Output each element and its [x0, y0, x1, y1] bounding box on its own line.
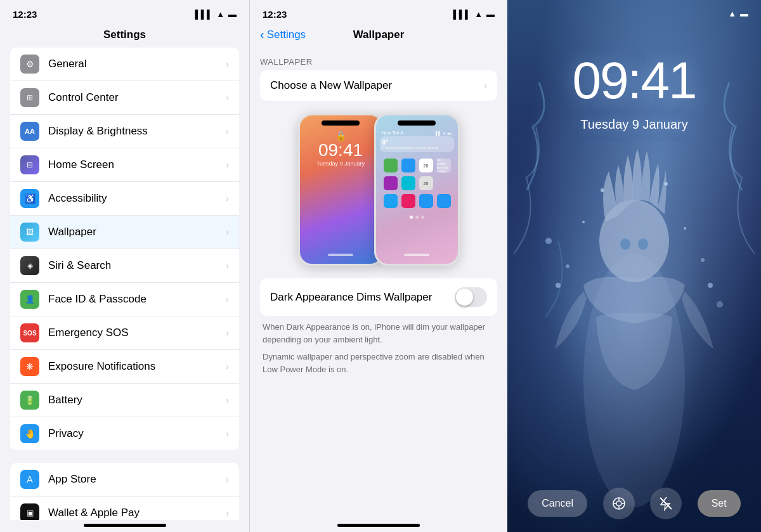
- sidebar-item-faceid[interactable]: 👤 Face ID & Passcode ›: [10, 283, 239, 316]
- phone-lock-time: 09:41: [300, 141, 382, 160]
- signal-icon: ▌▌▌: [195, 10, 212, 19]
- sidebar-item-appstore[interactable]: A App Store ›: [10, 463, 239, 496]
- sidebar-item-homescreen[interactable]: ⊟ Home Screen ›: [10, 148, 239, 182]
- chevron-icon: ›: [226, 361, 229, 372]
- sidebar-item-display[interactable]: AA Display & Brightness ›: [10, 115, 239, 148]
- svg-point-9: [701, 258, 705, 262]
- svg-point-12: [664, 182, 668, 186]
- wallpaper-panel: 12:23 ▌▌▌ ▲ ▬ ‹ Settings Wallpaper WALLP…: [249, 0, 507, 532]
- back-button[interactable]: ‹ Settings: [260, 27, 306, 42]
- wallpaper-icon: 🖼: [20, 223, 39, 242]
- page-dots: [376, 216, 458, 219]
- battery-icon-2: ▬: [486, 10, 495, 19]
- sidebar-item-accessibility[interactable]: ♿ Accessibility ›: [10, 182, 239, 216]
- chevron-icon: ›: [226, 294, 229, 304]
- flash-slash-icon-button[interactable]: [650, 488, 682, 519]
- phone-app-grid: 20 No more events today 20: [380, 155, 454, 212]
- wallpaper-content[interactable]: WALLPAPER Choose a New Wallpaper › 🔒 09:…: [250, 48, 507, 520]
- status-time-2: 12:23: [263, 9, 287, 20]
- app-icon-calendar: 20: [419, 159, 433, 172]
- desc-text-1: When Dark Appearance is on, iPhone will …: [263, 321, 495, 346]
- ls-wifi-icon: ▲: [728, 9, 736, 18]
- lock-icon: 🔒: [300, 131, 382, 141]
- sidebar-item-privacy[interactable]: 🤚 Privacy ›: [10, 417, 239, 450]
- choose-wallpaper-row[interactable]: Choose a New Wallpaper ›: [260, 70, 497, 101]
- app-icon-mail: [437, 194, 451, 208]
- back-label: Settings: [267, 29, 306, 41]
- app-icon-cal2: 20: [419, 176, 433, 190]
- sidebar-item-general[interactable]: ⚙ General ›: [10, 48, 239, 81]
- set-button[interactable]: Set: [698, 490, 741, 517]
- sidebar-item-battery[interactable]: 🔋 Battery ›: [10, 384, 239, 417]
- app-icon-viber: [384, 176, 398, 190]
- accessibility-icon: ♿: [20, 189, 39, 208]
- control-center-icon: ⊞: [20, 88, 39, 107]
- dark-appearance-row: Dark Appearance Dims Wallpaper: [260, 278, 497, 316]
- wallpaper-label: Wallpaper: [48, 226, 226, 238]
- battery-label: Battery: [48, 394, 226, 406]
- phone-notch-right: [398, 120, 436, 126]
- sos-label: Emergency SOS: [48, 327, 226, 339]
- settings-group-2: A App Store › ▣ Wallet & Apple Pay ›: [10, 463, 239, 520]
- chevron-icon: ›: [226, 429, 229, 439]
- app-icon-fb: [419, 194, 433, 208]
- dark-appearance-toggle[interactable]: [455, 287, 487, 307]
- home-screen-preview: Now Tab 4 ▌▌ ▲ ▬ 8° Potential disruption…: [374, 114, 460, 266]
- dark-appearance-group: Dark Appearance Dims Wallpaper: [260, 278, 497, 316]
- exposure-label: Exposure Notifications: [48, 360, 226, 373]
- app-icon-empty: [437, 176, 451, 190]
- chevron-icon: ›: [226, 160, 229, 170]
- sidebar-item-wallpaper[interactable]: 🖼 Wallpaper ›: [10, 216, 239, 249]
- app-icon-facetime: [401, 176, 415, 190]
- appstore-label: App Store: [48, 473, 226, 486]
- siri-icon: ◈: [20, 256, 39, 275]
- back-chevron-icon: ‹: [260, 27, 264, 42]
- cancel-button[interactable]: Cancel: [528, 490, 587, 517]
- ls-battery-icon: ▬: [740, 9, 748, 18]
- phone-lock-content: 🔒 09:41 Tuesday 9 January: [300, 128, 382, 169]
- lockscreen-panel: ▲ ▬ 09:41 Tuesday 9 January Cancel Set: [507, 0, 761, 532]
- display-icon: AA: [20, 122, 39, 141]
- faceid-label: Face ID & Passcode: [48, 293, 226, 306]
- phone-lock-date: Tuesday 9 January: [300, 160, 382, 167]
- desc-text-2: Dynamic wallpaper and perspective zoom a…: [263, 351, 495, 375]
- homescreen-icon: ⊟: [20, 155, 39, 174]
- status-time-1: 12:23: [13, 9, 37, 20]
- siri-label: Siri & Search: [48, 259, 226, 272]
- svg-point-13: [582, 221, 585, 223]
- homescreen-label: Home Screen: [48, 159, 226, 171]
- target-icon-button[interactable]: [603, 488, 635, 519]
- sidebar-item-control-center[interactable]: ⊞ Control Center ›: [10, 81, 239, 115]
- chevron-icon: ›: [226, 328, 229, 338]
- svg-point-4: [638, 238, 648, 250]
- lockscreen-time: 09:41: [507, 51, 761, 110]
- choose-chevron-icon: ›: [484, 81, 487, 91]
- status-bar-1: 12:23 ▌▌▌ ▲ ▬: [0, 0, 249, 25]
- accessibility-label: Accessibility: [48, 192, 226, 205]
- app-icon-instagram: [401, 194, 415, 208]
- phone-home-indicator-2: [404, 254, 429, 256]
- sos-icon: SOS: [20, 323, 39, 342]
- sidebar-item-siri[interactable]: ◈ Siri & Search ›: [10, 249, 239, 283]
- app-icon-widget2: No more events today: [437, 159, 451, 172]
- faceid-icon: 👤: [20, 290, 39, 309]
- page-dot-active: [410, 216, 413, 219]
- privacy-label: Privacy: [48, 427, 226, 440]
- battery-icon: ▬: [228, 10, 237, 19]
- widget-weather: 8° Potential disruption due to strong: [380, 136, 454, 152]
- phone-notch-left: [322, 120, 360, 126]
- settings-scroll[interactable]: ⚙ General › ⊞ Control Center › AA Displa…: [0, 48, 249, 520]
- app-icon-messages: [401, 159, 415, 172]
- wifi-icon: ▲: [216, 10, 224, 19]
- sidebar-item-sos[interactable]: SOS Emergency SOS ›: [10, 316, 239, 350]
- svg-point-11: [601, 188, 604, 192]
- sidebar-item-exposure[interactable]: ❋ Exposure Notifications ›: [10, 350, 239, 384]
- dark-appearance-label: Dark Appearance Dims Wallpaper: [270, 291, 432, 304]
- wallpaper-nav-title: Wallpaper: [353, 29, 405, 41]
- general-icon: ⚙: [20, 55, 39, 74]
- sidebar-item-wallet[interactable]: ▣ Wallet & Apple Pay ›: [10, 496, 239, 520]
- svg-point-3: [620, 238, 630, 250]
- lockscreen-controls: Cancel Set: [507, 488, 761, 519]
- phone-previews: 🔒 09:41 Tuesday 9 January Now Tab 4 ▌▌ ▲…: [250, 114, 507, 278]
- svg-point-10: [717, 301, 723, 308]
